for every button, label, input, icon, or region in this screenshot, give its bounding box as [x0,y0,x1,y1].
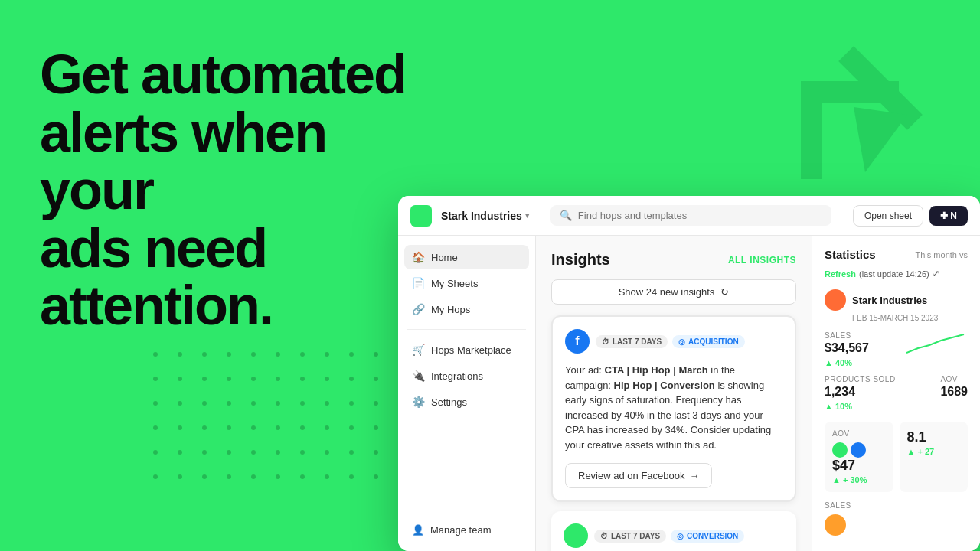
insights-header: Insights ALL INSIGHTS [551,251,796,269]
card-header-2: ⏱ LAST 7 DAYS ◎ CONVERSION [564,523,784,548]
sidebar-label-home: Home [431,252,458,263]
card-badges-2: ⏱ LAST 7 DAYS ◎ CONVERSION [594,530,744,543]
target-icon: ◎ [678,337,685,346]
conv-icon: ◎ [677,532,684,540]
integrations-icon: 🔌 [412,370,425,382]
aov-card: AOV $47 + 30% [825,422,893,492]
sidebar-item-marketplace[interactable]: 🛒 Hops Marketplace [404,337,529,362]
aov-stat: AOV 1689 [940,375,968,412]
team-icon: 👤 [412,524,424,536]
arrow-right-icon: → [689,470,699,481]
stats-refresh: Refresh (last update 14:26) ⤢ [825,269,968,279]
app-body: 🏠 Home 📄 My Sheets 🔗 My Hops 🛒 Hops Mark… [398,236,980,551]
products-sold-label: PRODUCTS SOLD [825,375,896,383]
show-new-insights-button[interactable]: Show 24 new insights ↻ [551,279,796,305]
search-icon: 🔍 [560,210,572,221]
platform-dot-1 [832,442,848,458]
sidebar-label-my-hops: My Hops [431,304,470,315]
sidebar-item-manage-team[interactable]: 👤 Manage team [404,518,529,542]
statistics-panel: Statistics This month vs Refresh (last u… [812,236,980,551]
company-row: Stark Industries [825,289,968,311]
app-logo [410,205,432,227]
badge-time-2: ⏱ LAST 7 DAYS [594,530,666,543]
stats-title: Statistics [825,248,876,261]
right-stat-card: 8.1 + 27 [900,422,969,492]
hero-section: Get automated alerts when your ads need … [40,46,407,335]
company-name-stats: Stark Industries [852,295,927,306]
badge-conversion-2: ◎ CONVERSION [671,530,744,543]
dot-grid-decoration: (function(){ const grid = document.query… [153,352,438,490]
badge-time: ⏱ LAST 7 DAYS [596,335,668,348]
aov-value: 1689 [940,385,968,399]
right-stat-change: + 27 [907,447,961,456]
sales-stat: SALES $34,567 40% [825,331,869,369]
sidebar-divider [407,329,526,330]
sidebar: 🏠 Home 📄 My Sheets 🔗 My Hops 🛒 Hops Mark… [398,236,536,551]
settings-icon: ⚙️ [412,396,425,408]
search-bar[interactable]: 🔍 [550,205,831,226]
company-date-range: FEB 15-MARCH 15 2023 [852,314,968,322]
facebook-icon: f [565,329,590,354]
sales-value: $34,567 [825,341,869,355]
company-avatar [825,289,846,311]
sidebar-item-integrations[interactable]: 🔌 Integrations [404,364,529,388]
stats-header: Statistics This month vs [825,248,968,261]
open-sheet-button[interactable]: Open sheet [853,205,923,227]
aov-label: AOV [940,375,968,383]
topbar-actions: Open sheet ✚ N [853,205,968,227]
products-aov-row: PRODUCTS SOLD 1,234 10% AOV 1689 [825,375,968,412]
last-update-text: (last update 14:26) [859,269,929,279]
sidebar-item-settings[interactable]: ⚙️ Settings [404,390,529,414]
card-body-text: Your ad: CTA | Hip Hop | March in the ca… [565,363,782,452]
insight-card-hip-hoodie: ⏱ LAST 7 DAYS ◎ CONVERSION Hip Hoodie is… [551,511,796,551]
sales-bottom-section: SALES [825,501,968,536]
products-sold-stat: PRODUCTS SOLD 1,234 10% [825,375,896,412]
new-button[interactable]: ✚ N [929,206,968,226]
aov-card-change: + 30% [832,475,886,484]
all-insights-link[interactable]: ALL INSIGHTS [728,255,796,266]
arrow-decoration [781,46,934,199]
refresh-icon: ↻ [720,286,729,298]
sales-platform-dot [825,514,846,536]
insights-panel: Insights ALL INSIGHTS Show 24 new insigh… [536,236,812,551]
green-dot-icon [564,523,588,548]
sidebar-label-integrations: Integrations [431,370,483,382]
aov-card-label: AOV [832,429,886,438]
stats-period: This month vs [916,250,968,259]
company-name: Stark Industries [441,210,522,222]
insights-title: Insights [551,251,610,269]
card-header: f ⏱ LAST 7 DAYS ◎ ACQUISITION [565,329,782,354]
sidebar-label-marketplace: Hops Marketplace [431,344,511,356]
hero-heading: Get automated alerts when your ads need … [40,46,407,335]
platform-dot-2 [851,442,866,458]
search-input[interactable] [578,210,822,221]
sidebar-label-settings: Settings [431,396,467,408]
app-mockup: Stark Industries ▾ 🔍 Open sheet ✚ N 🏠 Ho… [398,196,980,551]
main-content: Insights ALL INSIGHTS Show 24 new insigh… [536,236,980,551]
card-badges: ⏱ LAST 7 DAYS ◎ ACQUISITION [596,335,745,348]
home-icon: 🏠 [412,251,425,263]
marketplace-icon: 🛒 [412,344,425,356]
show-new-label: Show 24 new insights [619,286,715,298]
hops-icon: 🔗 [412,303,425,315]
sales-bottom-platforms [825,514,968,536]
right-stat-value: 8.1 [907,429,961,445]
sales-label: SALES [825,331,869,340]
sidebar-item-my-sheets[interactable]: 📄 My Sheets [404,271,529,295]
review-ad-facebook-button[interactable]: Review ad on Facebook → [565,463,712,488]
refresh-link[interactable]: Refresh [825,269,856,279]
sales-change: 40% [825,358,852,367]
sidebar-label-my-sheets: My Sheets [431,278,478,289]
expand-icon: ⤢ [933,269,939,279]
new-icon: ✚ [940,210,948,221]
review-ad-label: Review ad on Facebook [578,470,684,481]
sales-stat-row: SALES $34,567 40% [825,331,968,369]
topbar: Stark Industries ▾ 🔍 Open sheet ✚ N [398,196,980,236]
sidebar-item-my-hops[interactable]: 🔗 My Hops [404,297,529,321]
clock-icon-2: ⏱ [600,532,608,540]
clock-icon: ⏱ [602,337,609,346]
sidebar-label-manage-team: Manage team [430,524,492,536]
platform-icons [832,442,886,458]
sidebar-item-home[interactable]: 🏠 Home [404,245,529,269]
company-selector[interactable]: Stark Industries ▾ [441,210,529,222]
